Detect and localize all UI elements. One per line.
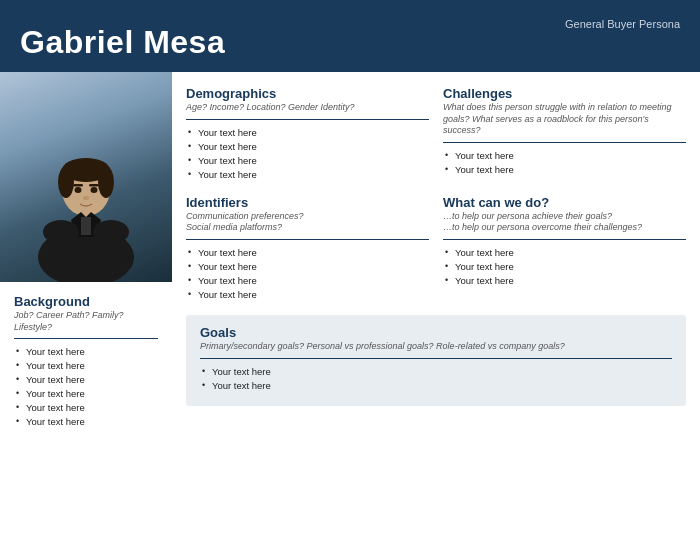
list-item: Your text here	[14, 416, 158, 427]
page: Gabriel Mesa General Buyer Persona	[0, 0, 700, 541]
list-item: Your text here	[186, 169, 429, 180]
list-item: Your text here	[186, 141, 429, 152]
challenges-list: Your text here Your text here	[443, 150, 686, 175]
list-item: Your text here	[14, 402, 158, 413]
demographics-title: Demographics	[186, 86, 429, 101]
header: Gabriel Mesa General Buyer Persona	[0, 0, 700, 72]
main-content: Background Job? Career Path? Family? Lif…	[0, 72, 700, 541]
background-subtitle: Job? Career Path? Family? Lifestyle?	[14, 310, 158, 333]
list-item: Your text here	[186, 289, 429, 300]
demographics-section: Demographics Age? Income? Location? Gend…	[186, 86, 429, 183]
right-area: Demographics Age? Income? Location? Gend…	[172, 72, 700, 541]
challenges-title: Challenges	[443, 86, 686, 101]
list-item: Your text here	[443, 261, 686, 272]
goals-subtitle: Primary/secondary goals? Personal vs pro…	[200, 341, 672, 353]
list-item: Your text here	[443, 150, 686, 161]
identifiers-title: Identifiers	[186, 195, 429, 210]
svg-point-7	[91, 187, 98, 193]
list-item: Your text here	[200, 366, 672, 377]
what-can-we-do-divider	[443, 239, 686, 240]
header-subtitle: General Buyer Persona	[565, 14, 680, 30]
goals-section: Goals Primary/secondary goals? Personal …	[186, 315, 686, 406]
svg-point-6	[75, 187, 82, 193]
background-title: Background	[14, 294, 158, 309]
svg-point-5	[98, 166, 114, 198]
list-item: Your text here	[14, 346, 158, 357]
svg-rect-8	[73, 184, 83, 187]
mid-sections: Identifiers Communication preferences? S…	[186, 195, 686, 303]
svg-point-13	[93, 220, 129, 244]
what-can-we-do-section: What can we do? …to help our persona ach…	[443, 195, 686, 303]
background-section: Background Job? Career Path? Family? Lif…	[0, 282, 172, 541]
identifiers-divider	[186, 239, 429, 240]
list-item: Your text here	[443, 275, 686, 286]
goals-divider	[200, 358, 672, 359]
list-item: Your text here	[443, 247, 686, 258]
goals-list: Your text here Your text here	[200, 366, 672, 391]
svg-point-12	[43, 220, 79, 244]
background-list: Your text here Your text here Your text …	[14, 346, 158, 427]
top-sections: Demographics Age? Income? Location? Gend…	[186, 86, 686, 183]
demographics-subtitle: Age? Income? Location? Gender Identity?	[186, 102, 429, 114]
what-can-we-do-list: Your text here Your text here Your text …	[443, 247, 686, 286]
goals-title: Goals	[200, 325, 672, 340]
left-column: Background Job? Career Path? Family? Lif…	[0, 72, 172, 541]
list-item: Your text here	[200, 380, 672, 391]
list-item: Your text here	[186, 127, 429, 138]
demographics-list: Your text here Your text here Your text …	[186, 127, 429, 180]
list-item: Your text here	[14, 374, 158, 385]
what-can-we-do-subtitle: …to help our persona achieve their goals…	[443, 211, 686, 234]
identifiers-section: Identifiers Communication preferences? S…	[186, 195, 429, 303]
identifiers-subtitle: Communication preferences? Social media …	[186, 211, 429, 234]
list-item: Your text here	[443, 164, 686, 175]
portrait-image	[0, 72, 172, 282]
challenges-section: Challenges What does this person struggl…	[443, 86, 686, 183]
svg-point-4	[58, 166, 74, 198]
svg-point-10	[83, 196, 89, 200]
challenges-divider	[443, 142, 686, 143]
demographics-divider	[186, 119, 429, 120]
identifiers-list: Your text here Your text here Your text …	[186, 247, 429, 300]
svg-rect-9	[89, 184, 99, 187]
list-item: Your text here	[186, 155, 429, 166]
background-divider	[14, 338, 158, 339]
svg-rect-11	[81, 217, 91, 235]
page-title: Gabriel Mesa	[20, 26, 225, 58]
list-item: Your text here	[186, 261, 429, 272]
list-item: Your text here	[186, 247, 429, 258]
list-item: Your text here	[14, 360, 158, 371]
list-item: Your text here	[186, 275, 429, 286]
what-can-we-do-title: What can we do?	[443, 195, 686, 210]
list-item: Your text here	[14, 388, 158, 399]
challenges-subtitle: What does this person struggle with in r…	[443, 102, 686, 137]
